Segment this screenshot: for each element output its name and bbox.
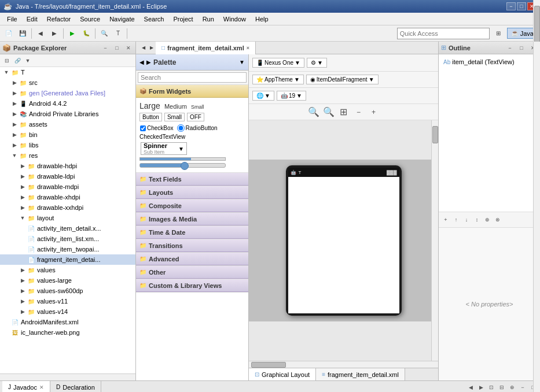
list-item[interactable]: ▶ 📁 drawable-mdpi <box>0 182 135 192</box>
forward-button[interactable]: ▶ <box>48 27 61 40</box>
fragment-detail-tab[interactable]: □ fragment_item_detail.xml × <box>156 42 256 54</box>
small-widget[interactable]: Small <box>164 113 185 121</box>
list-item[interactable]: ▶ 📁 values-large <box>0 275 135 286</box>
bottom-btn-2[interactable]: ⊟ <box>497 383 506 392</box>
list-item[interactable]: 📄 activity_item_list.xm... <box>0 234 135 244</box>
javadoc-tab[interactable]: J Javadoc ✕ <box>2 381 50 393</box>
values-v14-toggle[interactable]: ▶ <box>19 308 27 316</box>
other-header[interactable]: 📁 Other <box>136 266 248 279</box>
form-widgets-header[interactable]: 📦 Form Widgets <box>136 85 248 98</box>
list-item[interactable]: 📄 AndroidManifest.xml <box>0 317 135 327</box>
outline-btn-1[interactable]: + <box>441 215 450 224</box>
preview-hscrollbar[interactable] <box>249 361 438 368</box>
root-toggle[interactable]: ▼ <box>2 68 10 76</box>
collapse-all-button[interactable]: ⊟ <box>2 56 12 65</box>
values-large-toggle[interactable]: ▶ <box>19 276 27 284</box>
list-item[interactable]: ▼ 📁 res <box>0 150 135 161</box>
list-item[interactable]: 📄 activity_item_detail.x... <box>0 223 135 234</box>
list-item[interactable]: 📄 fragment_item_detai... <box>0 254 135 265</box>
package-explorer-hscroll[interactable] <box>0 373 135 380</box>
list-item[interactable]: ▶ 📁 drawable-hdpi <box>0 161 135 171</box>
advanced-header[interactable]: 📁 Advanced <box>136 253 248 265</box>
drawable-xxhdpi-toggle[interactable]: ▶ <box>19 204 27 212</box>
package-explorer-minimize[interactable]: − <box>101 43 110 53</box>
open-type-button[interactable]: T <box>112 27 124 40</box>
view-menu-button[interactable]: ▼ <box>23 56 32 65</box>
list-item[interactable]: ▶ 📁 values-v11 <box>0 296 135 306</box>
list-item[interactable]: ▶ 📁 values-sw600dp <box>0 286 135 296</box>
checkbox-widget[interactable]: CheckBox <box>140 125 174 131</box>
save-button[interactable]: 💾 <box>16 27 29 40</box>
text-large[interactable]: Large <box>139 101 160 110</box>
palette-search-input[interactable] <box>138 72 247 83</box>
palette-nav-right[interactable]: ▶ <box>146 59 151 65</box>
text-small[interactable]: Small <box>191 104 204 110</box>
editor-nav-right[interactable]: ▶ <box>148 42 156 54</box>
zoom-minus-button[interactable]: − <box>353 106 365 118</box>
list-item[interactable]: 📄 activity_item_twopai... <box>0 244 135 254</box>
values-toggle[interactable]: ▶ <box>19 266 27 274</box>
bottom-btn-3[interactable]: ⊕ <box>508 383 517 392</box>
menu-help[interactable]: Help <box>251 14 273 24</box>
menu-project[interactable]: Project <box>168 14 197 24</box>
seekbar-widget[interactable] <box>139 163 226 168</box>
radio-widget[interactable]: RadioButton <box>177 124 218 132</box>
new-button[interactable]: 📄 <box>2 27 15 40</box>
zoom-plus-button[interactable]: + <box>368 106 380 118</box>
perspective-sync-button[interactable]: ⊞ <box>492 27 505 40</box>
toggle-widget[interactable]: OFF <box>187 113 204 121</box>
checked-textview[interactable]: CheckedTextView <box>139 134 245 140</box>
list-item[interactable]: ▶ 📁 drawable-xxhdpi <box>0 202 135 213</box>
outline-btn-4[interactable]: ↕ <box>472 215 482 224</box>
graphical-layout-tab[interactable]: ⊡ Graphical Layout <box>249 368 316 381</box>
package-explorer-close[interactable]: ✕ <box>124 43 133 53</box>
list-item[interactable]: 🖼 ic_launcher-web.png <box>0 327 135 338</box>
maximize-button[interactable]: □ <box>517 2 526 10</box>
list-item[interactable]: ▼ 📁 layout <box>0 213 135 223</box>
tree-root[interactable]: ▼ 📁 T <box>0 67 135 77</box>
android-toggle[interactable]: ▶ <box>10 99 19 108</box>
outline-btn-3[interactable]: ↓ <box>462 215 471 224</box>
menu-refactor[interactable]: Refactor <box>42 14 76 24</box>
outline-btn-6[interactable]: ⊗ <box>493 215 502 224</box>
list-item[interactable]: ▶ 📱 Android 4.4.2 <box>0 98 135 109</box>
palette-menu[interactable]: ▼ <box>239 59 245 65</box>
progress-bar-widget[interactable] <box>139 157 226 161</box>
declaration-tab[interactable]: D Declaration <box>50 381 101 393</box>
editor-nav-left[interactable]: ◀ <box>139 42 148 54</box>
bottom-minimize[interactable]: − <box>518 383 527 392</box>
outline-vscroll[interactable] <box>533 42 540 392</box>
outline-btn-2[interactable]: ↑ <box>451 215 461 224</box>
theme-selector[interactable]: ⭐ AppTheme ▼ <box>252 75 304 84</box>
bottom-forward-button[interactable]: ▶ <box>476 383 486 392</box>
package-explorer-maximize[interactable]: □ <box>112 43 122 53</box>
bottom-back-button[interactable]: ◀ <box>466 383 475 392</box>
link-editor-button[interactable]: 🔗 <box>13 56 22 65</box>
menu-navigate[interactable]: Navigate <box>105 14 139 24</box>
private-toggle[interactable]: ▶ <box>10 110 19 118</box>
list-item[interactable]: ▶ 📁 bin <box>0 130 135 140</box>
text-fields-header[interactable]: 📁 Text Fields <box>136 173 248 186</box>
gen-toggle[interactable]: ▶ <box>10 89 19 97</box>
composite-header[interactable]: 📁 Composite <box>136 199 248 212</box>
bottom-btn-1[interactable]: ⊡ <box>487 383 496 392</box>
src-toggle[interactable]: ▶ <box>10 79 19 87</box>
list-item[interactable]: ▶ 📁 drawable-ldpi <box>0 171 135 182</box>
run-button[interactable]: ▶ <box>66 27 79 40</box>
button-widget[interactable]: Button <box>139 113 162 121</box>
menu-file[interactable]: File <box>2 14 22 24</box>
bin-toggle[interactable]: ▶ <box>10 131 19 139</box>
tab-close-button[interactable]: × <box>247 45 249 51</box>
preview-vscrollbar[interactable] <box>431 160 438 321</box>
locale-selector[interactable]: 🌐 ▼ <box>252 91 274 101</box>
zoom-out-button[interactable]: 🔍 <box>308 106 319 118</box>
list-item[interactable]: ▶ 📚 Android Private Libraries <box>0 109 135 119</box>
list-item[interactable]: ▶ 📁 gen [Generated Java Files] <box>0 88 135 98</box>
layout-toggle[interactable]: ▼ <box>19 214 27 222</box>
text-medium[interactable]: Medium <box>164 103 187 110</box>
list-item[interactable]: ▶ 📁 src <box>0 77 135 88</box>
radio-input[interactable] <box>177 124 185 132</box>
outline-btn-5[interactable]: ⊕ <box>483 215 492 224</box>
api-selector[interactable]: 🤖 19 ▼ <box>277 91 306 101</box>
drawable-mdpi-toggle[interactable]: ▶ <box>19 183 27 191</box>
